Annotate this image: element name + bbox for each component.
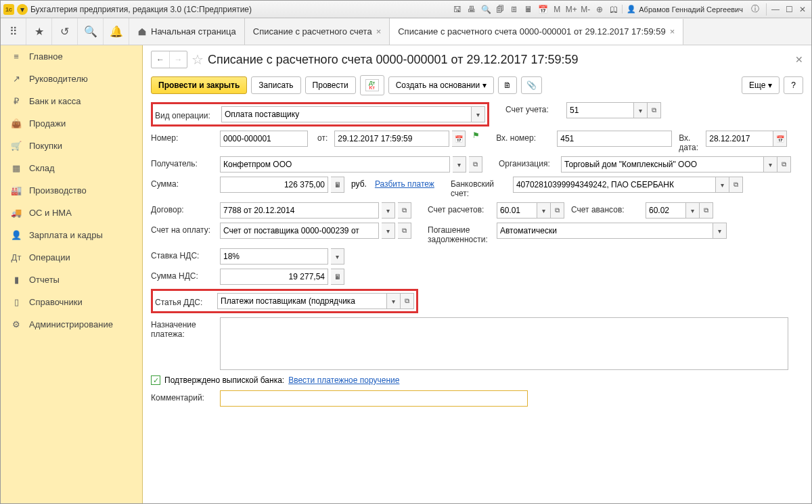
copy-icon[interactable]: 🗐 [494, 3, 506, 16]
bank-field[interactable]: 40702810399994349242, ПАО СБЕРБАНК [513, 177, 716, 193]
bookmark-icon[interactable]: 🕮 [608, 3, 620, 16]
history-icon[interactable]: ↺ [52, 18, 78, 45]
search-tool-icon[interactable]: 🔍 [78, 18, 104, 45]
create-based-button[interactable]: Создать на основании ▾ [388, 76, 495, 94]
save-button[interactable]: Записать [251, 76, 300, 94]
close-icon[interactable]: × [670, 26, 675, 37]
sum-field[interactable]: 126 375,00 [220, 177, 328, 193]
in-number-field[interactable]: 451 [557, 131, 672, 147]
calendar-picker-icon[interactable]: 📅 [452, 131, 466, 147]
contract-field[interactable]: 7788 от 20.12.2014 [220, 202, 379, 219]
print-icon[interactable]: 🖶 [466, 3, 478, 16]
dropdown-icon[interactable]: ▾ [387, 293, 401, 309]
dropdown-icon[interactable]: ▾ [382, 223, 395, 239]
dropdown-icon[interactable]: ▾ [634, 102, 648, 118]
maximize-icon[interactable]: ☐ [783, 3, 795, 16]
open-icon[interactable]: ⧉ [469, 156, 482, 173]
preview-icon[interactable]: 🔍 [480, 3, 492, 16]
dropdown-icon[interactable]: ▾ [382, 202, 395, 219]
sidebar-item-5[interactable]: ▦Склад [1, 157, 142, 179]
info-icon[interactable]: ⓘ [749, 3, 761, 16]
in-date-field[interactable]: 28.12.2017 [706, 131, 773, 147]
sidebar-item-3[interactable]: 👜Продажи [1, 112, 142, 135]
tab-doc-current[interactable]: Списание с расчетного счета 0000-000001 … [390, 19, 683, 45]
tab-doc-list[interactable]: Списание с расчетного счета × [245, 18, 390, 45]
tab-home[interactable]: Начальная страница [129, 18, 245, 45]
calc-icon[interactable]: 🖩 [522, 3, 535, 16]
back-button[interactable]: ← [152, 51, 169, 68]
close-window-icon[interactable]: ✕ [796, 3, 809, 16]
apps-icon[interactable]: ⠿ [1, 18, 26, 45]
paste-icon[interactable]: 🗏 [508, 3, 520, 16]
debt-field[interactable]: Автоматически [497, 223, 713, 239]
open-icon[interactable]: ⧉ [398, 202, 411, 219]
open-icon[interactable]: ⧉ [729, 177, 743, 193]
dropdown-icon[interactable]: ▾ [713, 223, 727, 239]
sidebar-item-4[interactable]: 🛒Покупки [1, 135, 142, 157]
app-dropdown-icon[interactable]: ▾ [17, 4, 28, 15]
split-payment-link[interactable]: Разбить платеж [375, 179, 434, 189]
close-icon[interactable]: × [376, 26, 382, 37]
sidebar-item-10[interactable]: ▮Отчеты [1, 269, 142, 291]
attach-button[interactable]: 📎 [521, 76, 542, 94]
save-icon[interactable]: 🖫 [451, 3, 464, 16]
sidebar-item-1[interactable]: ↗Руководителю [1, 68, 142, 90]
open-icon[interactable]: ⧉ [398, 223, 411, 239]
open-icon[interactable]: ⧉ [551, 202, 564, 219]
alerts-icon[interactable]: 🔔 [104, 18, 129, 45]
dropdown-icon[interactable]: ▾ [686, 202, 700, 219]
user-badge[interactable]: 👤 Абрамов Геннадий Сергеевич [622, 5, 747, 14]
sidebar-item-11[interactable]: ▯Справочники [1, 291, 142, 313]
post-and-close-button[interactable]: Провести и закрыть [151, 76, 247, 94]
forward-button[interactable]: → [169, 51, 187, 68]
open-icon[interactable]: ⧉ [648, 102, 661, 118]
calculator-icon[interactable]: 🖩 [331, 269, 344, 285]
print-doc-button[interactable]: 🗎 [498, 76, 517, 94]
purpose-field[interactable] [220, 317, 788, 370]
help-button[interactable]: ? [784, 76, 803, 94]
mem-m-icon[interactable]: M [551, 3, 563, 16]
advance-acct-field[interactable]: 60.02 [646, 202, 686, 219]
pay-acct-field[interactable]: Счет от поставщика 0000-000239 от [220, 223, 379, 239]
confirmed-checkbox[interactable]: ✓ [151, 375, 160, 385]
dropdown-icon[interactable]: ▾ [472, 106, 485, 122]
favorites-icon[interactable]: ★ [26, 18, 52, 45]
sidebar-item-8[interactable]: 👤Зарплата и кадры [1, 224, 142, 246]
mem-mminus-icon[interactable]: M- [579, 3, 591, 16]
dropdown-icon[interactable]: ▾ [764, 156, 777, 173]
calendar-icon[interactable]: 📅 [537, 3, 549, 16]
enter-order-link[interactable]: Ввести платежное поручение [288, 375, 399, 385]
sidebar-item-2[interactable]: ₽Банк и касса [1, 90, 142, 112]
number-field[interactable]: 0000-000001 [220, 131, 308, 147]
sidebar-item-12[interactable]: ⚙Администрирование [1, 313, 142, 336]
dropdown-icon[interactable]: ▾ [716, 177, 729, 193]
close-document-icon[interactable]: ✕ [795, 54, 803, 65]
recipient-field[interactable]: Конфетпром ООО [220, 156, 450, 173]
favorite-star-icon[interactable]: ☆ [191, 51, 204, 68]
sidebar-item-7[interactable]: 🚚ОС и НМА [1, 202, 142, 224]
open-icon[interactable]: ⧉ [777, 156, 791, 173]
dtkt-button[interactable]: ДтКт [360, 75, 384, 95]
open-icon[interactable]: ⧉ [700, 202, 713, 219]
minimize-icon[interactable]: — [769, 3, 782, 16]
sidebar-item-9[interactable]: ДтОперации [1, 246, 142, 269]
calendar-picker-icon[interactable]: 📅 [773, 131, 787, 147]
date-field[interactable]: 29.12.2017 17:59:59 [334, 131, 449, 147]
dds-field[interactable]: Платежи поставщикам (подрядчика [217, 293, 387, 309]
sidebar-item-0[interactable]: ≡Главное [1, 45, 142, 68]
org-field[interactable]: Торговый дом "Комплексный" ООО [561, 156, 764, 173]
dropdown-icon[interactable]: ▾ [537, 202, 551, 219]
vat-rate-field[interactable]: 18% [220, 248, 328, 265]
calculator-icon[interactable]: 🖩 [331, 177, 344, 193]
account-field[interactable]: 51 [566, 102, 634, 118]
dropdown-icon[interactable]: ▾ [453, 156, 466, 173]
comment-field[interactable] [220, 390, 528, 407]
sidebar-item-6[interactable]: 🏭Производство [1, 179, 142, 202]
more-button[interactable]: Еще ▾ [742, 76, 780, 94]
vat-sum-field[interactable]: 19 277,54 [220, 269, 328, 285]
open-icon[interactable]: ⧉ [401, 293, 414, 309]
dropdown-icon[interactable]: ▾ [331, 248, 344, 265]
mem-mplus-icon[interactable]: M+ [565, 3, 577, 16]
settle-acct-field[interactable]: 60.01 [497, 202, 537, 219]
post-button[interactable]: Провести [305, 76, 356, 94]
